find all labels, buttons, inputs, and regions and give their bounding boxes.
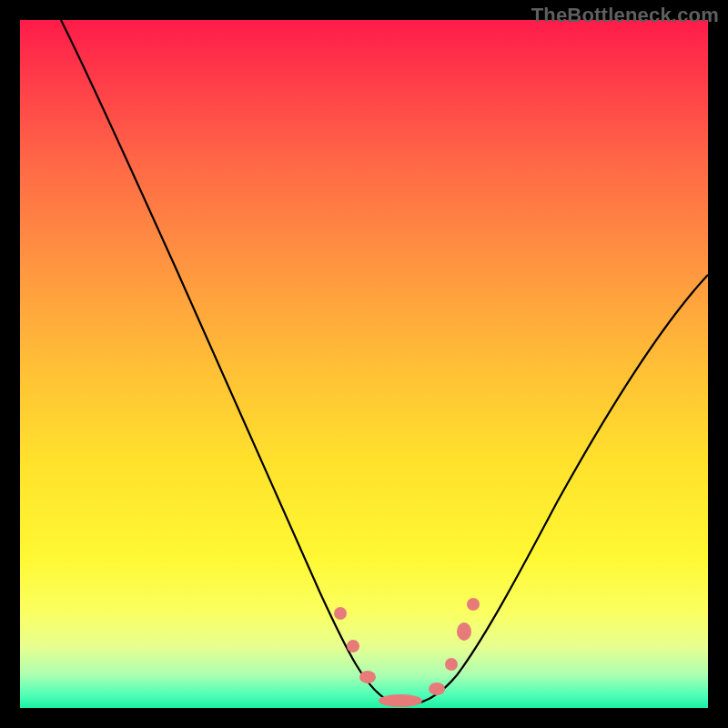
- marker-dot: [334, 607, 347, 620]
- curve-markers: [334, 598, 480, 707]
- marker-dot: [429, 682, 445, 695]
- marker-dot: [457, 622, 471, 641]
- marker-dot: [445, 658, 458, 671]
- bottleneck-curve-svg: [20, 20, 708, 708]
- bottleneck-curve-path: [61, 20, 708, 704]
- marker-dot: [347, 640, 359, 652]
- marker-dot: [359, 671, 376, 683]
- watermark-text: TheBottleneck.com: [531, 4, 719, 27]
- marker-dot: [467, 598, 480, 611]
- marker-dot: [379, 694, 422, 707]
- chart-area: [20, 20, 708, 708]
